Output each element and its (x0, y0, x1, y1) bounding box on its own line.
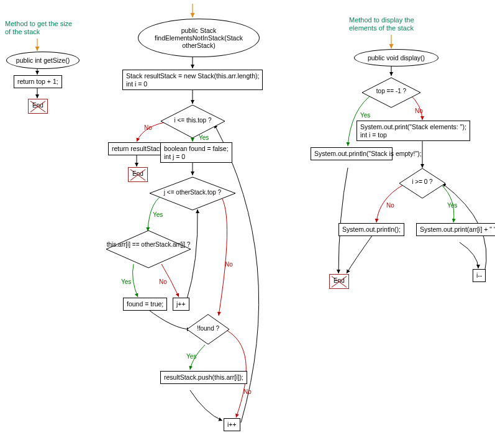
process-resultstack-push: resultStack.push(this.arr[i]); (160, 371, 247, 384)
decision-j-lte-other: j <= otherStack.top ? (149, 176, 236, 213)
end-getsize: End (28, 99, 48, 114)
process-return-resultstack: return resultStack; (108, 142, 168, 155)
label-no: No (415, 107, 423, 114)
decision-i-gte-0: i >= 0 ? (399, 168, 446, 201)
process-print-arri: System.out.print(arr[i] + " "); (416, 223, 495, 236)
process-imm: i-- (473, 269, 486, 282)
process-jpp: j++ (173, 298, 189, 311)
svg-marker-14 (106, 231, 191, 268)
terminator-display: public void display() (354, 49, 438, 66)
label-yes: Yes (360, 112, 370, 119)
label-no: No (159, 278, 167, 285)
terminator-getsize: public int getSize() (6, 52, 79, 69)
end-display: End (329, 274, 349, 289)
process-stack-empty: System.out.println("Stack is empty!"); (311, 147, 393, 160)
label-yes: Yes (153, 211, 163, 218)
label-no: No (225, 261, 233, 268)
flowchart-canvas: Method to get the size of the stack publ… (0, 0, 495, 448)
decision-arr-eq: this.arr[i] == otherStack.arr[j] ? (106, 230, 191, 271)
comment-getsize: Method to get the size of the stack (5, 20, 73, 36)
label-yes: Yes (186, 353, 196, 360)
terminator-findelements: public Stack findElementsNotInStack(Stac… (138, 19, 260, 57)
label-yes: Yes (121, 278, 131, 285)
decision-top-neg1: top == -1 ? (361, 77, 421, 111)
process-ipp: i++ (224, 418, 240, 431)
label-no: No (243, 388, 252, 395)
comment-display: Method to display the elements of the st… (349, 16, 430, 32)
end-findelements: End (128, 167, 148, 182)
process-found-init: boolean found = false; int j = 0 (160, 142, 232, 163)
process-println: System.out.println(); (338, 223, 404, 236)
process-found-true: found = true; (123, 298, 167, 311)
process-print-elements: System.out.print("Stack elements: "); in… (356, 121, 470, 141)
label-no: No (144, 124, 152, 131)
process-return-top: return top + 1; (14, 75, 62, 88)
label-no: No (386, 202, 394, 209)
decision-i-lte-top: i <= this.top ? (160, 104, 225, 141)
label-yes: Yes (199, 134, 209, 141)
decision-not-found: !found ? (186, 314, 230, 347)
label-yes: Yes (447, 202, 457, 209)
process-resultstack-init: Stack resultStack = new Stack(this.arr.l… (122, 70, 263, 90)
